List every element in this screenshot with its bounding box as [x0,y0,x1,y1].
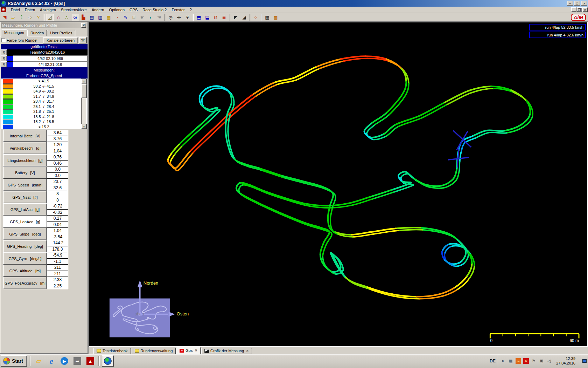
cube-icon[interactable]: ⬒ [195,14,203,21]
legend-color-swatch[interactable] [3,89,13,94]
legend-color-swatch[interactable] [3,79,13,84]
hand-icon[interactable]: ☚ [155,14,163,21]
wrench-button[interactable]: ⚒ [79,37,87,43]
gps-map-view[interactable]: run 4/lap 52 33.5 km/hrun 4/lap 4 32.6 k… [89,22,588,347]
lap-label[interactable]: 4/4 02.21.016 [13,61,88,67]
import-data-icon[interactable]: ⇩ [18,14,26,21]
mdi-minimize-button[interactable]: – [571,7,576,12]
legend-color-swatch[interactable] [3,104,13,109]
undo-icon[interactable]: ◤ [232,14,240,21]
legend-color-swatch[interactable] [3,125,13,130]
start-button[interactable]: Start [1,355,27,367]
maximize-button[interactable]: ❐ [574,1,580,6]
tab-messungen[interactable]: Messungen [1,29,27,36]
launcher-icon[interactable]: ➦ [71,355,83,367]
menu-item--ndern[interactable]: Ändern [89,7,106,13]
menu-item-fenster[interactable]: Fenster [169,7,187,13]
cursor-cross-icon[interactable] [448,157,469,160]
close-button[interactable]: ✕ [581,1,587,6]
menu-item-race-studio-2[interactable]: Race Studio 2 [140,7,169,13]
legend-color-swatch[interactable] [3,109,13,114]
flag-tray-icon[interactable]: ⚑ [531,358,537,364]
windows-update-tray-icon[interactable]: ▦ [508,358,513,364]
menu-item-streckenskizze[interactable]: Streckenskizze [58,7,89,13]
sort-channels-button[interactable]: Kanäle sortieren [43,37,78,43]
tab-runden[interactable]: Runden [27,30,47,36]
lap-label[interactable]: 4/52 02.10.969 [13,55,88,61]
xy-graph-icon[interactable]: ∴ [63,14,71,21]
dbf-query-icon[interactable]: ? [34,14,42,21]
legend-color-swatch[interactable] [3,94,13,99]
channel-button-gps-speed[interactable]: GPS_Speed[km/h] [3,179,47,191]
mdi-close-button[interactable]: ✕ [582,7,588,12]
channel-button-l-ngsbeschleun[interactable]: Längsbeschleun[g] [3,154,47,166]
menu-item-daten[interactable]: Daten [22,7,37,13]
mdi-child-icon[interactable]: ❋ [1,7,6,12]
doc-tab-grafik-der-messung[interactable]: Grafik der Messung✖ [201,348,252,354]
cursor-cross-icon[interactable] [453,130,471,147]
menu-item-optionen[interactable]: Optionen [106,7,127,13]
gps-view-icon[interactable]: G [71,14,79,21]
volume-tray-icon[interactable]: ◁ [546,358,552,364]
legend-scrollbar[interactable]: ▲ ▼ [81,79,86,129]
channel-button-gps-lonacc[interactable]: GPS_LonAcc[g] [3,216,47,228]
legend-color-swatch[interactable] [3,99,13,104]
expand-tray-icon[interactable]: « [500,358,506,364]
cc4-tray-icon[interactable]: ㏄ [516,358,521,364]
cube-select-icon[interactable]: ⬓ [203,14,211,21]
menu-item-datei[interactable]: Datei [8,7,22,13]
channel-button-gps-heading[interactable]: GPS_Heading[deg] [3,240,47,252]
track-hand-icon[interactable]: ☛ [138,14,146,21]
time-graph-icon[interactable]: ◿ [46,14,54,21]
tab-user-profiles[interactable]: User Profiles [47,30,75,36]
media-player-icon[interactable]: ▶ [58,355,70,367]
filter-icon[interactable]: ¥ [183,14,191,21]
mdi-restore-button[interactable]: ❐ [577,7,582,12]
pen-icon[interactable]: ✎ [121,14,130,21]
panel-close-icon[interactable]: ✕ [81,23,86,28]
doc-tab-testdatenbank[interactable]: Testdatenbank [93,348,131,354]
close-test-icon[interactable]: X [1,49,7,55]
close-lap-icon[interactable]: X [1,55,7,61]
split-icon[interactable]: ⇹ [175,14,183,21]
magnet-orbit-icon[interactable]: ⋒ [220,14,228,21]
kaspersky-tray-icon[interactable]: K [523,358,529,364]
curve-graph-icon[interactable]: ∩ [54,14,62,21]
panel-title-bar[interactable]: Messungen, Runden und Profile ✕ [1,22,88,28]
measures-icon[interactable]: ⍗ [130,14,138,21]
magnet-add-icon[interactable]: ⋒ [212,14,220,21]
open-test-icon[interactable]: ◥ [1,14,9,21]
legend-scroll-thumb[interactable] [81,84,87,98]
legend-color-swatch[interactable] [3,120,13,124]
color-grid-icon[interactable]: ▩ [272,14,280,21]
gauge-icon[interactable]: ◔ [113,14,121,21]
export-data-icon[interactable]: ⇨ [26,14,34,21]
channel-button-gps-posaccuracy[interactable]: GPS_PosAccuracy[m] [3,277,47,289]
language-indicator[interactable]: DE [490,359,496,363]
channel-button-gps-nsat[interactable]: GPS_Nsat[#] [3,191,47,203]
tab-close-icon[interactable]: ✖ [246,349,249,353]
legend-color-swatch[interactable] [3,84,13,89]
test-name[interactable]: TeamMofa23042016 [7,49,88,55]
menu-item--[interactable]: ? [187,7,194,13]
channel-button-gps-altitude[interactable]: GPS_Altitude[m] [3,265,47,277]
redo-icon[interactable]: ◢ [240,14,248,21]
doc-tab-rundenverwaltung[interactable]: Rundenverwaltung [132,348,176,354]
report-preview-icon[interactable]: ▥ [96,14,104,21]
close-lap-icon[interactable]: X [1,61,7,67]
menu-item-gps[interactable]: GPS [127,7,140,13]
zoom-icon[interactable]: ○ [252,14,260,21]
channel-button-gps-gyro[interactable]: GPS_Gyro[deg/s] [3,252,47,265]
color-per-lap-checkbox[interactable] [1,38,6,42]
grid-icon[interactable]: ▦ [263,14,271,21]
channel-button-vertikalbeschl[interactable]: Vertikalbeschl[g] [3,142,47,154]
clock-icon[interactable]: ◷ [167,14,175,21]
scroll-up-icon[interactable]: ▲ [81,79,87,84]
channel-button-gps-latacc[interactable]: GPS_LatAcc[g] [3,203,47,216]
channel-colors-icon[interactable]: ▦ [105,14,113,21]
show-desktop-button[interactable] [582,355,587,367]
tab-close-icon[interactable]: ✖ [195,349,197,352]
adobe-reader-icon[interactable]: ▲ [84,355,96,367]
controller-icon[interactable]: ◗ [147,14,155,21]
network-tray-icon[interactable]: ▣ [539,358,544,364]
